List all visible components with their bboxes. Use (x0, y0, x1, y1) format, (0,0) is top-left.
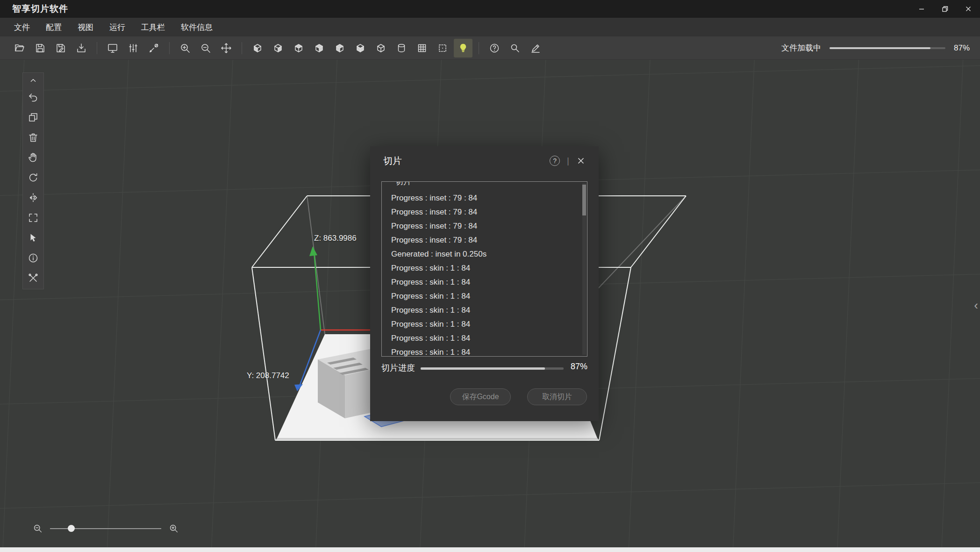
log-line: Progress : skin : 1 : 84 (391, 289, 578, 303)
menu-config[interactable]: 配置 (46, 22, 62, 33)
zoom-out-button[interactable] (196, 39, 215, 57)
log-line: Progress : skin : 1 : 84 (391, 345, 578, 357)
select-button[interactable] (23, 228, 43, 248)
log-line: Progress : skin : 1 : 84 (391, 303, 578, 317)
info-icon (28, 252, 39, 264)
save-icon (35, 43, 46, 54)
save-as-icon (55, 43, 66, 54)
tools-icon (148, 43, 159, 54)
help-button[interactable] (485, 39, 504, 57)
log-scrollbar-thumb[interactable] (582, 185, 586, 215)
save-button[interactable] (31, 39, 50, 57)
duplicate-button[interactable] (23, 107, 43, 127)
cylinder-button[interactable] (392, 39, 411, 57)
main-toolbar: 文件加载中 87% (0, 36, 980, 60)
file-loading-bar (830, 47, 945, 49)
dialog-header-divider: | (567, 156, 569, 166)
zoom-out-icon[interactable] (33, 523, 43, 533)
cube-view-front-button[interactable] (248, 39, 267, 57)
menu-run[interactable]: 运行 (109, 22, 125, 33)
cube-view-bottom-icon (355, 43, 366, 54)
log-scrollbar-track[interactable] (582, 183, 586, 355)
lattice-button[interactable] (413, 39, 431, 57)
pan-button[interactable] (23, 147, 43, 167)
wireframe-cube-button[interactable] (433, 39, 452, 57)
search-button[interactable] (506, 39, 524, 57)
fit-view-button[interactable] (23, 208, 43, 228)
minimize-icon (919, 6, 924, 12)
rotate-button[interactable] (23, 167, 43, 187)
undo-button[interactable] (23, 87, 43, 107)
cube-view-top-button[interactable] (330, 39, 349, 57)
sliders-button[interactable] (124, 39, 143, 57)
viewport-stage: Z: 863.9986 Y: 208.7742 ‹ 切片 ? | (0, 60, 980, 547)
mirror-button[interactable] (23, 187, 43, 208)
menu-file[interactable]: 文件 (14, 22, 30, 33)
z-axis-arrow (309, 246, 317, 256)
slicing-progress-label: 切片进度 (381, 362, 415, 373)
repair-icon (28, 272, 39, 284)
pen-button[interactable] (526, 39, 545, 57)
bulb-button[interactable] (454, 39, 472, 57)
file-loading-percent: 87% (954, 43, 970, 53)
zoom-out-icon (200, 43, 211, 54)
toolbar-separator (479, 42, 479, 54)
zoom-slider-thumb[interactable] (68, 525, 75, 532)
menu-view[interactable]: 视图 (78, 22, 93, 33)
dialog-help-icon[interactable]: ? (550, 156, 560, 166)
info-button[interactable] (23, 248, 43, 268)
save-as-button[interactable] (51, 39, 70, 57)
wireframe-cube-icon (437, 43, 448, 54)
panel-collapse-chevron[interactable]: ‹ (974, 299, 978, 311)
cube-view-bottom-button[interactable] (351, 39, 370, 57)
restore-button[interactable] (933, 0, 957, 18)
menu-toolbar[interactable]: 工具栏 (141, 22, 165, 33)
repair-button[interactable] (23, 268, 43, 288)
cube-view-iso-button[interactable] (372, 39, 390, 57)
slicing-progress-fill (421, 367, 545, 370)
close-icon (966, 6, 971, 12)
log-line: Progress : skin : 1 : 84 (391, 317, 578, 331)
select-icon (28, 232, 39, 244)
cube-view-back-button[interactable] (269, 39, 287, 57)
cube-view-right-button[interactable] (310, 39, 329, 57)
sliders-icon (128, 43, 139, 54)
log-line: Progress : skin : 1 : 84 (391, 261, 578, 275)
fit-view-icon (28, 212, 39, 223)
load-button[interactable] (72, 39, 91, 57)
app-title: 智享切片软件 (12, 3, 68, 15)
cube-view-left-button[interactable] (289, 39, 308, 57)
menu-about[interactable]: 软件信息 (181, 22, 213, 33)
display-button[interactable] (103, 39, 122, 57)
cube-view-iso-icon (375, 43, 386, 54)
undo-icon (28, 92, 39, 103)
zoom-slider[interactable] (50, 528, 161, 529)
move-icon (221, 43, 232, 54)
move-button[interactable] (217, 39, 236, 57)
dialog-actions: ? | (550, 156, 586, 166)
pan-icon (28, 152, 39, 163)
delete-button[interactable] (23, 127, 43, 147)
log-line: Progress : inset : 79 : 84 (391, 233, 578, 247)
slicing-progress-bar (421, 367, 564, 370)
minimize-button[interactable] (910, 0, 933, 18)
file-loading-label: 文件加载中 (781, 43, 821, 53)
bulb-icon (458, 43, 469, 54)
zoom-control (33, 523, 179, 533)
zoom-in-icon[interactable] (169, 523, 179, 533)
close-button[interactable] (957, 0, 980, 18)
dialog-close-button[interactable] (576, 156, 586, 165)
collapse-up-button[interactable] (23, 74, 43, 87)
zoom-in-button[interactable] (176, 39, 194, 57)
log-line: Progress : skin : 1 : 84 (391, 275, 578, 289)
help-icon (489, 43, 500, 54)
display-icon (107, 43, 118, 54)
toolbar-separator (97, 42, 97, 54)
open-file-button[interactable] (10, 39, 29, 57)
tools-button[interactable] (144, 39, 163, 57)
save-gcode-button[interactable]: 保存Gcode (450, 388, 511, 405)
log-line: Progress : skin : 1 : 84 (391, 331, 578, 345)
z-axis-label: Z: 863.9986 (314, 234, 357, 243)
open-file-icon (14, 43, 25, 54)
cancel-slicing-button[interactable]: 取消切片 (527, 388, 587, 405)
